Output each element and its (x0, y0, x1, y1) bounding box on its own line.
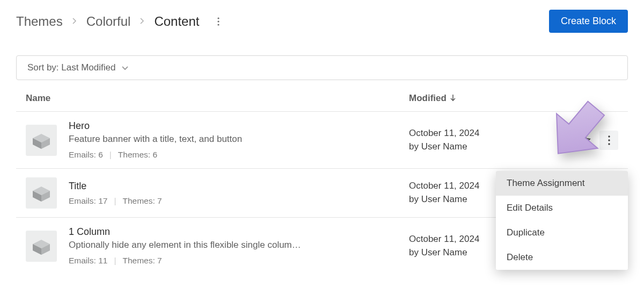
menu-delete[interactable]: Delete (496, 245, 628, 270)
row-meta: Emails: 17 | Themes: 7 (69, 196, 404, 206)
svg-point-6 (608, 135, 610, 137)
chevron-down-icon (122, 63, 128, 72)
row-meta: Emails: 6 | Themes: 6 (69, 150, 404, 160)
row-title: 1 Column (69, 226, 404, 238)
row-title: Hero (69, 120, 404, 132)
block-thumb-icon (26, 231, 57, 262)
create-block-button[interactable]: Create Block (549, 10, 628, 33)
breadcrumb-themes[interactable]: Themes (16, 14, 63, 29)
svg-point-7 (608, 139, 610, 141)
row-title: Title (69, 181, 404, 192)
breadcrumb-colorful[interactable]: Colorful (86, 14, 131, 29)
table-row[interactable]: Hero Feature banner with a title, text, … (16, 112, 628, 169)
svg-point-1 (218, 20, 219, 22)
block-thumb-icon (26, 125, 57, 156)
chevron-right-icon (72, 17, 77, 26)
menu-theme-assignment[interactable]: Theme Assignment (496, 171, 628, 196)
svg-point-8 (608, 143, 610, 145)
sort-label: Sort by: Last Modified (27, 62, 115, 73)
column-name[interactable]: Name (26, 93, 409, 104)
row-more-button[interactable] (599, 131, 618, 150)
chevron-right-icon (140, 17, 144, 26)
row-description: Optionally hide any element in this flex… (69, 240, 404, 250)
sort-dropdown[interactable]: Sort by: Last Modified (16, 55, 628, 80)
row-modified: October 11, 2024 by User Name (409, 127, 575, 153)
table-header: Name Modified (16, 80, 628, 112)
row-meta: Emails: 11 | Themes: 7 (69, 256, 404, 266)
column-modified[interactable]: Modified (409, 93, 575, 104)
breadcrumbs: Themes Colorful Content (16, 14, 224, 29)
svg-point-2 (218, 24, 219, 25)
svg-point-0 (218, 17, 219, 19)
more-vertical-icon[interactable] (213, 15, 224, 28)
arrow-down-icon (450, 94, 456, 103)
row-description: Feature banner with a title, text, and b… (69, 134, 404, 145)
menu-edit-details[interactable]: Edit Details (496, 196, 628, 220)
row-context-menu: Theme Assignment Edit Details Duplicate … (496, 171, 628, 270)
star-outline-icon[interactable] (575, 131, 594, 150)
menu-duplicate[interactable]: Duplicate (496, 220, 628, 245)
breadcrumb-content: Content (154, 14, 199, 29)
column-modified-label: Modified (409, 93, 447, 104)
block-thumb-icon (26, 177, 57, 209)
